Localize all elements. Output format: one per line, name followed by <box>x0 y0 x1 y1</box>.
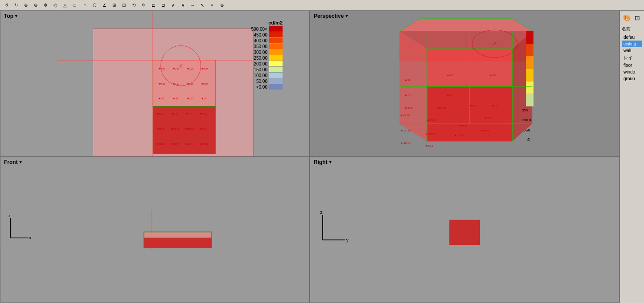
svg-text:✱2.36: ✱2.36 <box>447 94 453 97</box>
layers-header: 名前 <box>622 26 642 32</box>
layer-rei[interactable]: レイ <box>622 54 642 62</box>
svg-text:✱0.07: ✱0.07 <box>173 67 179 70</box>
tool-triangle[interactable]: △ <box>61 1 70 10</box>
svg-rect-48 <box>526 44 533 56</box>
svg-text:✱387.63: ✱387.63 <box>437 106 446 109</box>
tool-magnet[interactable]: ⊕ <box>217 1 226 10</box>
tool-hex[interactable]: ⬡ <box>90 1 99 10</box>
scale-row-150: 150.00 <box>247 67 283 72</box>
tool-oval[interactable]: ○ <box>80 1 89 10</box>
viewport-top-label[interactable]: Top ▼ <box>4 13 18 19</box>
scale-label-150: 150.00 <box>247 67 267 72</box>
svg-text:✱0.06: ✱0.06 <box>187 82 193 85</box>
tool-select[interactable]: ↖ <box>198 1 207 10</box>
panel-settings-icon[interactable]: ⊡ <box>632 12 642 23</box>
viewports-container: Top ▼ <box>0 11 619 303</box>
scale-row-100: 100.00 <box>247 73 283 78</box>
toolbar: ↺ ↻ ⊕ ⊖ ✥ ◎ △ □ ○ ⬡ ∠ ⊞ ⊡ ⟲ ⟳ ⊏ ⊐ ∧ ∨ → … <box>0 0 644 11</box>
tool-ccw[interactable]: ⟲ <box>129 1 138 10</box>
scale-row-250: 250.00 <box>247 55 283 61</box>
tool-zoom-out[interactable]: ⊖ <box>31 1 40 10</box>
svg-rect-95 <box>450 220 480 245</box>
scale-swatch-200 <box>269 61 283 66</box>
tool-rotate-right[interactable]: ↻ <box>12 1 21 10</box>
tool-pan[interactable]: ✥ <box>41 1 50 10</box>
viewport-top[interactable]: Top ▼ <box>0 11 310 157</box>
viewport-front-arrow[interactable]: ▼ <box>19 160 23 164</box>
tool-up[interactable]: ∧ <box>168 1 177 10</box>
tool-circle[interactable]: ◎ <box>51 1 60 10</box>
svg-text:✱2.07: ✱2.07 <box>447 74 453 77</box>
viewport-perspective-label[interactable]: Perspective ▼ <box>314 13 349 19</box>
scale-label-350: 350.00 <box>247 44 267 49</box>
svg-text:✱0.07: ✱0.07 <box>187 97 193 100</box>
scale-swatch-100 <box>269 73 283 78</box>
svg-text:✱1923.43: ✱1923.43 <box>426 133 435 135</box>
svg-text:4: 4 <box>527 137 530 142</box>
svg-rect-50 <box>526 69 533 81</box>
main-area: Top ▼ <box>0 11 644 303</box>
tool-zoom-in[interactable]: ⊕ <box>21 1 30 10</box>
tool-cursor[interactable]: ⌖ <box>208 1 217 10</box>
svg-text:✱45.24: ✱45.24 <box>157 112 164 115</box>
layer-default[interactable]: defau <box>622 34 642 41</box>
scale-label-250: 250.00 <box>247 56 267 61</box>
scale-row-300: 300.00 <box>247 49 283 55</box>
panel-color-icon[interactable]: 🎨 <box>622 12 632 23</box>
scale-label-450: 450.00 <box>247 33 267 37</box>
scale-swatch-250 <box>269 55 283 61</box>
scale-swatch-450 <box>269 32 283 37</box>
viewport-perspective-arrow[interactable]: ▼ <box>345 14 349 18</box>
layer-floor[interactable]: floor <box>622 62 642 69</box>
svg-rect-52 <box>526 94 533 106</box>
viewport-right-label[interactable]: Right ▼ <box>314 159 332 165</box>
layer-window[interactable]: windo <box>622 69 642 75</box>
svg-text:✱891.17: ✱891.17 <box>426 144 435 147</box>
svg-text:300.0: 300.0 <box>522 118 531 122</box>
layer-wall[interactable]: wall <box>622 47 642 54</box>
tool-cw[interactable]: ⟳ <box>139 1 148 10</box>
tool-grid[interactable]: ⊞ <box>110 1 119 10</box>
svg-text:✱0.00: ✱0.00 <box>201 67 208 70</box>
tool-angle[interactable]: ∠ <box>100 1 109 10</box>
tool-rotate-left[interactable]: ↺ <box>2 1 11 10</box>
svg-text:✱1923.98: ✱1923.98 <box>401 129 410 132</box>
svg-rect-47 <box>526 31 533 44</box>
viewport-top-arrow[interactable]: ▼ <box>14 14 18 18</box>
svg-text:✱923.84: ✱923.84 <box>171 143 180 145</box>
svg-text:✱.24: ✱.24 <box>159 97 164 100</box>
svg-text:z: z <box>320 209 323 215</box>
scale-swatch-400 <box>269 38 283 43</box>
scale-row-350: 350.00 <box>247 44 283 49</box>
viewport-perspective[interactable]: Perspective ▼ <box>310 11 619 157</box>
viewport-right[interactable]: Right ▼ z y <box>310 157 619 303</box>
tool-right[interactable]: ⊐ <box>159 1 168 10</box>
viewport-front[interactable]: Front ▼ z <box>0 157 310 303</box>
perspective-viewport-svg: 4 350 300.0 250 ✱2.08 ✱2.07 ✱2.00 ✱2.10 … <box>310 11 619 156</box>
layer-ceiling[interactable]: ceiling <box>622 41 642 47</box>
scale-swatch-350 <box>269 44 283 49</box>
svg-text:✱44.42: ✱44.42 <box>185 112 193 115</box>
viewport-front-label[interactable]: Front ▼ <box>4 159 23 165</box>
tool-dots[interactable]: ⊡ <box>119 1 128 10</box>
scale-row-400: 400.00 <box>247 38 283 43</box>
scale-row-neg: <0.00 <box>247 84 283 90</box>
scale-swatch-300 <box>269 49 283 55</box>
tool-down[interactable]: ∨ <box>178 1 187 10</box>
scale-label-neg: <0.00 <box>247 85 267 90</box>
tool-rectangle[interactable]: □ <box>70 1 79 10</box>
tool-arrow-r[interactable]: → <box>188 1 197 10</box>
svg-text:✱.18: ✱.18 <box>201 97 206 100</box>
svg-text:✱0.10: ✱0.10 <box>173 82 179 85</box>
svg-text:✱64.29: ✱64.29 <box>200 112 207 115</box>
svg-text:✱91.17: ✱91.17 <box>200 127 207 130</box>
layer-ground[interactable]: groun <box>622 75 642 82</box>
svg-text:✱.36: ✱.36 <box>173 97 178 100</box>
tool-left[interactable]: ⊏ <box>149 1 158 10</box>
viewport-right-arrow[interactable]: ▼ <box>328 160 332 164</box>
svg-text:✱1108.75: ✱1108.75 <box>427 119 437 122</box>
color-scale-title: cd/m2 <box>268 20 283 25</box>
scale-row-450: 450.00 <box>247 32 283 37</box>
scale-swatch-50 <box>269 78 283 84</box>
svg-text:✱88.98: ✱88.98 <box>157 127 164 130</box>
